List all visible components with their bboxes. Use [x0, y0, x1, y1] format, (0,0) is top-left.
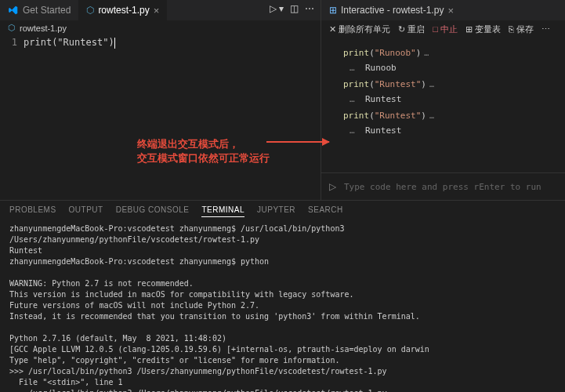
tab-terminal[interactable]: TERMINAL [201, 205, 244, 217]
jupyter-icon: ⊞ [329, 5, 337, 16]
tab-jupyter[interactable]: JUPYTER [257, 205, 295, 217]
input-placeholder: Type code here and press rEnter to run [344, 182, 541, 192]
tab-get-started[interactable]: Get Started [0, 0, 78, 20]
cell[interactable]: print("Runoob")……Runoob [343, 48, 565, 73]
python-icon: ⬡ [8, 23, 16, 33]
tab-rowtest[interactable]: ⬡ rowtest-1.py × [78, 0, 167, 20]
editor-tabs: Get Started ⬡ rowtest-1.py × ▷ ▾ ◫ ⋯ [0, 0, 321, 20]
close-icon[interactable]: × [154, 5, 160, 16]
interactive-tabs: ⊞ Interactive - rowtest-1.py × [321, 0, 565, 20]
interactive-pane: ⊞ Interactive - rowtest-1.py × ✕ 删除所有单元 … [321, 0, 565, 200]
tab-output[interactable]: OUTPUT [69, 205, 103, 217]
cells-container: print("Runoob")……Runoobprint("Runtest")…… [321, 38, 565, 172]
cell-code: print("Runoob")… [343, 48, 565, 58]
tab-label: Get Started [23, 5, 71, 16]
annotation-text: 终端退出交互模式后， 交互模式窗口依然可正常运行 [137, 137, 270, 165]
delete-all-button[interactable]: ✕ 删除所有单元 [329, 24, 390, 35]
tab-interactive[interactable]: ⊞ Interactive - rowtest-1.py × [321, 0, 462, 20]
close-icon[interactable]: × [447, 5, 454, 16]
breadcrumb-text: rowtest-1.py [20, 24, 67, 33]
split-icon[interactable]: ◫ [290, 3, 299, 14]
cell-output: …Runtest [343, 125, 565, 136]
python-icon: ⬡ [86, 5, 94, 16]
tab-debug-console[interactable]: DEBUG CONSOLE [116, 205, 190, 217]
annotation-arrow [266, 141, 329, 143]
interactive-input[interactable]: ▷ Type code here and press rEnter to run [321, 172, 565, 200]
variables-button[interactable]: ⊞ 变量表 [465, 24, 501, 35]
more-icon[interactable]: ⋯ [305, 3, 314, 14]
cell-output: …Runtest [343, 94, 565, 104]
tab-search[interactable]: SEARCH [308, 205, 343, 217]
interactive-toolbar: ✕ 删除所有单元 ↻ 重启 □ 中止 ⊞ 变量表 ⎘ 保存 ⋯ [321, 20, 565, 38]
bottom-panel: PROBLEMS OUTPUT DEBUG CONSOLE TERMINAL J… [0, 200, 565, 392]
tab-problems[interactable]: PROBLEMS [9, 205, 56, 217]
stop-button[interactable]: □ 中止 [433, 24, 458, 35]
restart-button[interactable]: ↻ 重启 [398, 24, 425, 35]
cell-output: …Runoob [343, 63, 565, 73]
cell[interactable]: print("Runtest")……Runtest [343, 79, 565, 104]
terminal-output[interactable]: zhanyunmengdeMacBook-Pro:vscodetest zhan… [0, 222, 565, 392]
code-editor[interactable]: 1 print("Runtest") [0, 35, 321, 200]
more-icon[interactable]: ⋯ [541, 24, 550, 34]
cell-code: print("Runtest")… [343, 111, 565, 121]
save-button[interactable]: ⎘ 保存 [509, 24, 534, 35]
line-gutter: 1 [0, 35, 24, 200]
editor-pane: Get Started ⬡ rowtest-1.py × ▷ ▾ ◫ ⋯ ⬡ r… [0, 0, 321, 200]
code-line[interactable]: print("Runtest") [24, 35, 115, 200]
panel-tabs: PROBLEMS OUTPUT DEBUG CONSOLE TERMINAL J… [0, 201, 565, 222]
tab-label: rowtest-1.py [98, 5, 149, 16]
editor-actions: ▷ ▾ ◫ ⋯ [270, 3, 314, 14]
run-icon[interactable]: ▷ ▾ [270, 3, 284, 14]
breadcrumb[interactable]: ⬡ rowtest-1.py [0, 20, 321, 35]
cell[interactable]: print("Runtest")……Runtest [343, 111, 565, 136]
vscode-icon [8, 5, 19, 16]
interactive-title: Interactive - rowtest-1.py [341, 5, 444, 16]
cell-code: print("Runtest")… [343, 79, 565, 89]
run-input-icon[interactable]: ▷ [329, 181, 336, 192]
